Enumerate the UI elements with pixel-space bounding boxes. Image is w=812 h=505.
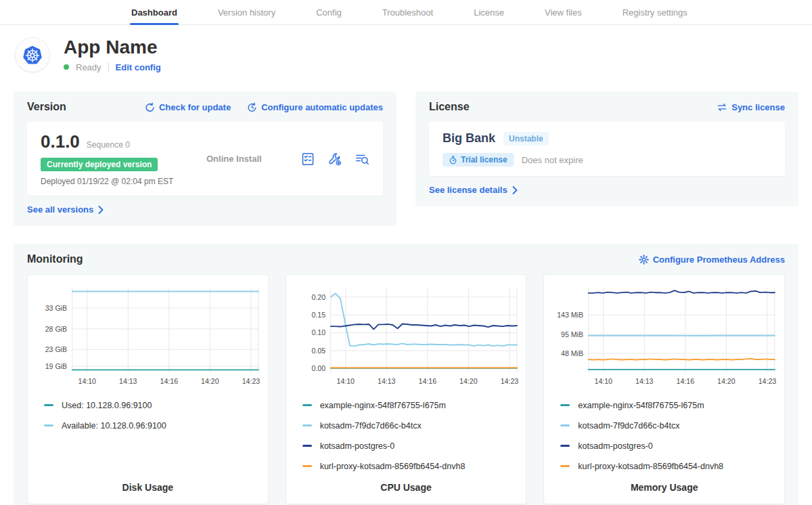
y-axis-tick-label: 0.15 bbox=[311, 311, 325, 319]
version-card: Version Check for update bbox=[14, 91, 397, 226]
monitoring-title: Monitoring bbox=[27, 253, 83, 265]
version-card-title: Version bbox=[27, 101, 66, 113]
y-axis-tick-label: 0.05 bbox=[311, 347, 325, 355]
sync-license-link[interactable]: Sync license bbox=[717, 102, 785, 112]
page-title: App Name bbox=[64, 37, 161, 58]
clock-refresh-icon bbox=[247, 102, 257, 112]
legend-item: kotsadm-postgres-0 bbox=[302, 441, 521, 451]
legend-label: Used: 10.128.0.96:9100 bbox=[62, 401, 152, 410]
x-axis-tick-label: 14:20 bbox=[459, 377, 478, 385]
config-wrench-icon[interactable] bbox=[328, 152, 342, 167]
x-axis-tick-label: 14:13 bbox=[378, 377, 396, 385]
status-badge: Ready bbox=[76, 62, 102, 72]
top-navigation: DashboardVersion historyConfigTroublesho… bbox=[0, 0, 812, 25]
legend-label: kotsadm-7f9dc7d66c-b4tcx bbox=[320, 421, 422, 431]
x-axis-tick-label: 14:20 bbox=[717, 377, 736, 385]
configure-prometheus-link[interactable]: Configure Prometheus Address bbox=[639, 255, 785, 265]
chart-legend: Used: 10.128.0.96:9100Available: 10.128.… bbox=[44, 401, 263, 482]
see-license-details-link[interactable]: See license details bbox=[429, 185, 518, 195]
x-axis-tick-label: 14:16 bbox=[677, 377, 695, 385]
legend-swatch bbox=[560, 465, 570, 467]
chart-canvas[interactable]: 143 MiB95 MiB48 MiB14:1014:1314:1614:201… bbox=[549, 282, 779, 393]
legend-swatch bbox=[302, 445, 312, 447]
legend-item: kotsadm-7f9dc7d66c-b4tcx bbox=[302, 421, 521, 431]
view-diff-logs-icon[interactable] bbox=[355, 152, 369, 167]
legend-item: kurl-proxy-kotsadm-8569fb6454-dnvh8 bbox=[560, 462, 779, 471]
legend-swatch bbox=[44, 404, 53, 406]
divider bbox=[108, 62, 109, 72]
edit-config-link[interactable]: Edit config bbox=[116, 62, 161, 72]
legend-label: kurl-proxy-kotsadm-8569fb6454-dnvh8 bbox=[320, 462, 466, 471]
license-card-title: License bbox=[429, 101, 470, 113]
y-axis-tick-label: 0.00 bbox=[311, 364, 325, 372]
configure-automatic-updates-link[interactable]: Configure automatic updates bbox=[247, 102, 383, 112]
y-axis-tick-label: 95 MiB bbox=[561, 330, 583, 338]
legend-swatch bbox=[302, 465, 312, 467]
deployed-timestamp: Deployed 01/19/22 @ 02:04 pm EST bbox=[41, 177, 206, 186]
tab-dashboard[interactable]: Dashboard bbox=[130, 0, 179, 24]
legend-swatch bbox=[560, 404, 570, 406]
chart-card-memory-usage: 143 MiB95 MiB48 MiB14:1014:1314:1614:201… bbox=[543, 274, 785, 504]
legend-label: Available: 10.128.0.96:9100 bbox=[62, 421, 166, 431]
sequence-label: Sequence 0 bbox=[87, 140, 130, 150]
x-axis-tick-label: 14:20 bbox=[201, 377, 219, 385]
x-axis-tick-label: 14:10 bbox=[78, 377, 97, 385]
currently-deployed-badge: Currently deployed version bbox=[41, 158, 158, 171]
tab-view-files[interactable]: View files bbox=[543, 0, 583, 24]
kubernetes-app-icon bbox=[15, 37, 50, 72]
chart-title: Memory Usage bbox=[549, 482, 779, 493]
x-axis-tick-label: 14:23 bbox=[500, 377, 518, 385]
x-axis-tick-label: 14:16 bbox=[418, 377, 436, 385]
trial-license-badge: Trial license bbox=[443, 153, 514, 167]
legend-swatch bbox=[302, 404, 312, 406]
y-axis-tick-label: 0.20 bbox=[311, 293, 325, 301]
legend-item: kotsadm-7f9dc7d66c-b4tcx bbox=[560, 421, 779, 431]
x-axis-tick-label: 14:23 bbox=[242, 377, 261, 385]
channel-badge: Unstable bbox=[503, 132, 549, 146]
x-axis-tick-label: 14:13 bbox=[635, 377, 654, 385]
legend-item: example-nginx-54f8f76755-l675m bbox=[302, 401, 521, 410]
chart-card-cpu-usage: 0.200.150.100.050.0014:1014:1314:1614:20… bbox=[286, 274, 527, 504]
x-axis-tick-label: 14:16 bbox=[160, 377, 179, 385]
series-line bbox=[330, 324, 516, 329]
chart-card-disk-usage: 33 GiB28 GiB23 GiB19 GiB14:1014:1314:161… bbox=[27, 274, 269, 504]
tab-version-history[interactable]: Version history bbox=[217, 0, 277, 24]
customer-name: Big Bank bbox=[443, 131, 495, 146]
chart-legend: example-nginx-54f8f76755-l675mkotsadm-7f… bbox=[560, 401, 779, 482]
preflight-checks-icon[interactable] bbox=[300, 152, 315, 167]
legend-label: kotsadm-postgres-0 bbox=[320, 441, 394, 451]
chevron-right-icon bbox=[512, 186, 518, 194]
version-number: 0.1.0 bbox=[41, 131, 80, 152]
see-all-versions-link[interactable]: See all versions bbox=[27, 204, 104, 215]
legend-item: Available: 10.128.0.96:9100 bbox=[44, 421, 263, 431]
x-axis-tick-label: 14:23 bbox=[759, 377, 777, 385]
y-axis-tick-label: 33 GiB bbox=[45, 304, 67, 312]
legend-swatch bbox=[560, 424, 570, 426]
tab-license[interactable]: License bbox=[472, 0, 505, 24]
check-for-update-link[interactable]: Check for update bbox=[145, 102, 231, 112]
y-axis-tick-label: 0.10 bbox=[311, 328, 325, 336]
legend-item: kurl-proxy-kotsadm-8569fb6454-dnvh8 bbox=[302, 462, 521, 471]
legend-item: kotsadm-postgres-0 bbox=[560, 441, 779, 451]
charts-row: 33 GiB28 GiB23 GiB19 GiB14:1014:1314:161… bbox=[27, 274, 785, 504]
chart-legend: example-nginx-54f8f76755-l675mkotsadm-7f… bbox=[302, 401, 521, 482]
chevron-right-icon bbox=[98, 206, 104, 214]
legend-label: example-nginx-54f8f76755-l675m bbox=[320, 401, 446, 410]
y-axis-tick-label: 143 MiB bbox=[558, 311, 584, 319]
expiry-label: Does not expire bbox=[522, 155, 583, 165]
legend-item: example-nginx-54f8f76755-l675m bbox=[560, 401, 779, 410]
tab-registry-settings[interactable]: Registry settings bbox=[621, 0, 689, 24]
chart-canvas[interactable]: 33 GiB28 GiB23 GiB19 GiB14:1014:1314:161… bbox=[33, 282, 263, 393]
sync-arrows-icon bbox=[717, 103, 727, 112]
tab-troubleshoot[interactable]: Troubleshoot bbox=[381, 0, 434, 24]
gear-icon bbox=[639, 255, 649, 265]
chart-canvas[interactable]: 0.200.150.100.050.0014:1014:1314:1614:20… bbox=[292, 282, 521, 393]
legend-swatch bbox=[44, 424, 53, 426]
status-dot bbox=[64, 64, 69, 70]
series-line bbox=[589, 290, 775, 293]
x-axis-tick-label: 14:10 bbox=[595, 377, 613, 385]
y-axis-tick-label: 19 GiB bbox=[45, 362, 67, 370]
refresh-icon bbox=[145, 102, 155, 112]
stopwatch-icon bbox=[449, 156, 457, 164]
tab-config[interactable]: Config bbox=[315, 0, 343, 24]
